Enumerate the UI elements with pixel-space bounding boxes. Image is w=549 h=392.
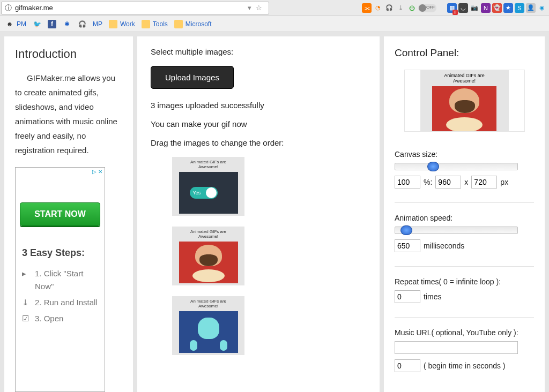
music-url-group: Music URL( optional, YouTube only ): ( b… xyxy=(395,328,534,372)
address-bar[interactable]: ⓘ gifmaker.me ▾ ☆ xyxy=(1,2,269,14)
bookmarks-bar: ☻PM 🐦 f ✱ 🎧 MP Work Tools Microsoft xyxy=(0,16,549,32)
canvas-width-input[interactable] xyxy=(435,176,461,189)
star-ext-icon[interactable]: ★ xyxy=(503,3,513,13)
music-begin-input[interactable] xyxy=(395,359,420,372)
profile-ext-icon[interactable]: 👤 xyxy=(526,3,536,13)
camera-ext-icon[interactable]: 📷 xyxy=(470,3,479,13)
canvas-height-input[interactable] xyxy=(471,176,497,189)
thumbnail-3[interactable]: Animated GIFs are Awesome! xyxy=(172,296,244,355)
slider-thumb[interactable] xyxy=(427,162,439,171)
repeat-times-group: Repeat times( 0 = infinite loop ): times xyxy=(395,277,534,303)
music-url-input[interactable] xyxy=(395,341,518,354)
upload-status: 3 images uploaded successfully xyxy=(151,101,366,110)
bookmark-pm[interactable]: ☻PM xyxy=(5,20,26,28)
upload-images-button[interactable]: Upload Images xyxy=(151,66,234,89)
star-icon[interactable]: ☆ xyxy=(256,4,262,12)
animation-speed-group: Animation speed: milliseconds xyxy=(395,214,534,252)
ext-icon-badge[interactable]: ▦ xyxy=(447,3,457,13)
page-body: Introduction GIFMaker.me allows you to c… xyxy=(0,32,549,392)
browser-address-row: ⓘ gifmaker.me ▾ ☆ ⫘ ◔ 🎧 ⤓ ⏻ ▦ ◡ 📷 N 👻 ★ … xyxy=(0,0,549,16)
canvas-size-group: Canvas size: %: x px xyxy=(395,150,534,189)
bookmark-mp[interactable]: MP xyxy=(93,20,102,28)
thumbnail-2[interactable]: Animated GIFs are Awesome! xyxy=(172,227,244,285)
animation-speed-input[interactable] xyxy=(395,239,420,252)
ad-step-1: ▸1. Click "Start Now" xyxy=(22,267,98,293)
thumbnail-list: Animated GIFs are Awesome! Animated GIFs… xyxy=(151,157,366,355)
ext-icon[interactable]: S xyxy=(515,3,524,13)
ext-icon[interactable]: ◔ xyxy=(373,3,383,13)
canvas-percent-input[interactable] xyxy=(395,176,420,189)
preview-art xyxy=(432,86,496,132)
thumb-art-man xyxy=(179,242,238,283)
control-panel: Control Panel: Animated GIFs are Awesome… xyxy=(384,36,545,392)
animation-speed-label: Animation speed: xyxy=(395,214,534,222)
intro-heading: Introduction xyxy=(15,47,122,61)
url-text: gifmaker.me xyxy=(15,4,53,12)
onenote-ext-icon[interactable]: N xyxy=(481,3,491,13)
gif-preview: Animated GIFs are Awesome! xyxy=(404,70,525,132)
bookmark-folder-microsoft[interactable]: Microsoft xyxy=(174,20,212,28)
repeat-times-input[interactable] xyxy=(395,290,420,303)
control-panel-heading: Control Panel: xyxy=(395,47,534,59)
ghost-ext-icon[interactable]: 👻 xyxy=(492,3,502,13)
ad-step-3: ☑3. Open xyxy=(22,312,98,325)
canvas-size-label: Canvas size: xyxy=(395,150,534,159)
bookmark-slack[interactable]: ✱ xyxy=(63,20,71,28)
adchoices-icon[interactable]: ▷ ✕ xyxy=(16,168,105,176)
headphones-ext-icon[interactable]: 🎧 xyxy=(384,3,394,13)
ext-icon[interactable]: ◉ xyxy=(537,3,547,13)
ad-banner[interactable]: ▷ ✕ START NOW 3 Easy Steps: ▸1. Click "S… xyxy=(15,167,105,392)
toggle-off[interactable] xyxy=(418,4,436,12)
intro-text: GIFMaker.me allows you to create animate… xyxy=(15,71,122,157)
slider-thumb[interactable] xyxy=(400,225,412,235)
animation-speed-slider[interactable] xyxy=(395,227,518,234)
info-icon: ⓘ xyxy=(5,3,12,13)
bookmark-folder-tools[interactable]: Tools xyxy=(142,20,168,28)
drag-order-msg: Drag the images to change the order: xyxy=(151,138,366,147)
dropdown-icon[interactable]: ▾ xyxy=(248,4,251,12)
pocket-ext-icon[interactable]: ◡ xyxy=(458,3,468,13)
make-gif-msg: You can make your gif now xyxy=(151,119,366,129)
ad-start-button[interactable]: START NOW xyxy=(20,202,100,226)
repeat-times-label: Repeat times( 0 = infinite loop ): xyxy=(395,277,534,286)
sidebar-intro: Introduction GIFMaker.me allows you to c… xyxy=(4,36,133,392)
ad-step-2: ⤓2. Run and Install xyxy=(22,296,98,309)
select-images-label: Select multiple images: xyxy=(151,47,366,56)
canvas-size-slider[interactable] xyxy=(395,163,518,170)
thumb-art-octopus xyxy=(179,311,238,353)
bookmark-folder-work[interactable]: Work xyxy=(109,20,135,28)
download-ext-icon[interactable]: ⤓ xyxy=(396,3,405,13)
bookmark-twitter[interactable]: 🐦 xyxy=(33,20,41,28)
bookmark-facebook[interactable]: f xyxy=(48,20,56,28)
thumbnail-1[interactable]: Animated GIFs are Awesome! xyxy=(172,157,244,216)
ad-steps-heading: 3 Easy Steps: xyxy=(16,247,105,267)
music-url-label: Music URL( optional, YouTube only ): xyxy=(395,328,534,337)
extension-tray: ⫘ ◔ 🎧 ⤓ ⏻ ▦ ◡ 📷 N 👻 ★ S 👤 ◉ xyxy=(362,3,549,13)
bookmark-headphones[interactable]: 🎧 xyxy=(78,20,86,28)
main-content: Select multiple images: Upload Images 3 … xyxy=(137,36,380,392)
power-ext-icon[interactable]: ⏻ xyxy=(407,3,417,13)
share-ext-icon[interactable]: ⫘ xyxy=(362,3,372,13)
thumb-art-toggle xyxy=(179,172,238,214)
